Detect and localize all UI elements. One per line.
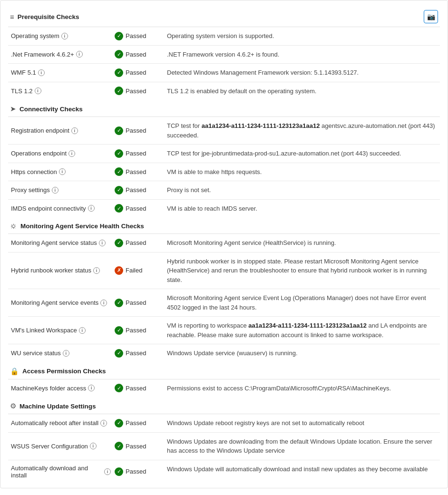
table-row: WSUS Server Configurationi✓PassedWindows…	[8, 432, 440, 460]
check-name: Monitoring Agent service status	[11, 239, 97, 246]
check-name: Operating system	[11, 32, 59, 39]
section-title: Access Permission Checks	[22, 368, 106, 375]
passed-icon: ✓	[115, 239, 123, 247]
section-icon-lock: 🔒	[10, 367, 19, 376]
check-name: Automatically reboot after install	[11, 419, 98, 427]
passed-icon: ✓	[115, 149, 123, 158]
passed-icon: ✓	[115, 204, 123, 213]
info-icon[interactable]: i	[71, 127, 78, 134]
status-label: Passed	[126, 205, 146, 212]
table-row: Monitoring Agent service eventsi✓PassedM…	[8, 289, 440, 317]
status-badge: ✗Failed	[115, 266, 163, 275]
info-icon[interactable]: i	[38, 69, 45, 76]
check-name: Automatically download and install	[11, 465, 102, 479]
status-label: Passed	[126, 32, 146, 39]
status-badge: ✓Passed	[115, 126, 163, 135]
status-badge: ✓Passed	[115, 68, 163, 77]
section-header-prerequisite-checks: ≡Prerequisite Checks📷	[8, 5, 440, 27]
section-header-machine-update-settings: ⚙Machine Update Settings	[8, 397, 440, 414]
passed-icon: ✓	[115, 349, 123, 358]
table-row: Registration endpointi✓PassedTCP test fo…	[8, 117, 440, 145]
passed-icon: ✓	[115, 299, 123, 307]
table-row: Proxy settingsi✓PassedProxy is not set.	[8, 181, 440, 200]
status-label: Passed	[126, 168, 146, 175]
passed-icon: ✓	[115, 68, 123, 77]
check-description: Hybrid runbook worker is in stopped stat…	[165, 252, 440, 289]
table-row: Hybrid runbook worker statusi✗FailedHybr…	[8, 252, 440, 289]
passed-icon: ✓	[115, 326, 123, 335]
status-label: Passed	[126, 419, 146, 427]
info-icon[interactable]: i	[61, 33, 68, 39]
status-label: Passed	[126, 327, 146, 334]
info-icon[interactable]: i	[35, 87, 41, 94]
info-icon[interactable]: i	[104, 468, 111, 475]
passed-icon: ✓	[115, 87, 123, 95]
status-badge: ✓Passed	[115, 50, 163, 58]
passed-icon: ✓	[115, 50, 123, 58]
passed-icon: ✓	[115, 167, 123, 176]
info-icon[interactable]: i	[100, 300, 107, 306]
check-name: Proxy settings	[11, 186, 50, 194]
check-description: TCP test for jpe-jobruntimedata-prod-su1…	[165, 145, 440, 163]
info-icon[interactable]: i	[88, 385, 95, 391]
passed-icon: ✓	[115, 32, 123, 40]
passed-icon: ✓	[115, 384, 123, 392]
info-icon[interactable]: i	[90, 443, 97, 449]
status-badge: ✓Passed	[115, 442, 163, 450]
passed-icon: ✓	[115, 419, 123, 427]
check-name: Hybrid runbook worker status	[11, 267, 91, 274]
status-badge: ✓Passed	[115, 419, 163, 427]
table-row: MachineKeys folder accessi✓PassedPermiss…	[8, 379, 440, 398]
info-icon[interactable]: i	[79, 327, 86, 334]
info-icon[interactable]: i	[59, 168, 66, 175]
check-name: WU service status	[11, 349, 61, 357]
info-icon[interactable]: i	[52, 187, 58, 194]
status-label: Passed	[126, 51, 146, 58]
check-description: Windows Updates are downloading from the…	[165, 432, 440, 460]
info-icon[interactable]: i	[100, 420, 107, 427]
check-description: .NET Framework version 4.6.2+ is found.	[165, 45, 440, 64]
passed-icon: ✓	[115, 467, 123, 476]
table-row: Monitoring Agent service statusi✓PassedM…	[8, 234, 440, 252]
section-header-connectivity-checks: ➤Connectivity Checks	[8, 100, 440, 117]
checks-table-access-permission-checks: MachineKeys folder accessi✓PassedPermiss…	[8, 379, 440, 398]
check-name: .Net Framework 4.6.2+	[11, 51, 74, 58]
info-icon[interactable]: i	[88, 205, 95, 212]
failed-icon: ✗	[115, 266, 123, 275]
section-title: Connectivity Checks	[19, 106, 83, 113]
check-name: WMF 5.1	[11, 69, 36, 76]
status-label: Passed	[126, 87, 146, 95]
check-description: Microsoft Monitoring Agent service (Heal…	[165, 234, 440, 252]
camera-icon-wrap: 📷	[424, 10, 438, 23]
check-name: IMDS endpoint connectivity	[11, 205, 86, 212]
status-badge: ✓Passed	[115, 204, 163, 213]
check-name: Https connection	[11, 168, 57, 175]
section-title: Prerequisite Checks	[18, 13, 79, 20]
info-icon[interactable]: i	[99, 240, 106, 246]
section-icon-monitoring: ⛭	[10, 222, 17, 230]
checks-table-connectivity-checks: Registration endpointi✓PassedTCP test fo…	[8, 117, 440, 217]
passed-icon: ✓	[115, 442, 123, 450]
status-label: Passed	[126, 127, 146, 134]
check-name: Operations endpoint	[11, 150, 67, 157]
status-label: Passed	[126, 349, 146, 357]
check-description: Microsoft Monitoring Agent service Event…	[165, 289, 440, 317]
checks-table-monitoring-agent-checks: Monitoring Agent service statusi✓PassedM…	[8, 234, 440, 362]
info-icon[interactable]: i	[93, 267, 100, 274]
checks-table-prerequisite-checks: Operating systemi✓PassedOperating system…	[8, 27, 440, 100]
check-description: Detected Windows Management Framework ve…	[165, 64, 440, 82]
section-title: Monitoring Agent Service Health Checks	[20, 223, 144, 230]
check-description: Operating system version is supported.	[165, 27, 440, 45]
main-container: ≡Prerequisite Checks📷Operating systemi✓P…	[0, 0, 448, 488]
camera-button[interactable]: 📷	[424, 10, 438, 23]
passed-icon: ✓	[115, 186, 123, 194]
info-icon[interactable]: i	[76, 51, 83, 58]
check-description: TCP test for aa1a1234-a111-1234-1111-123…	[165, 117, 440, 145]
info-icon[interactable]: i	[63, 350, 69, 357]
check-name: MachineKeys folder access	[11, 385, 86, 392]
section-title: Machine Update Settings	[19, 403, 96, 410]
info-icon[interactable]: i	[68, 150, 75, 157]
table-row: Https connectioni✓PassedVM is able to ma…	[8, 163, 440, 181]
check-name: WSUS Server Configuration	[11, 443, 88, 450]
check-name: Monitoring Agent service events	[11, 299, 98, 306]
